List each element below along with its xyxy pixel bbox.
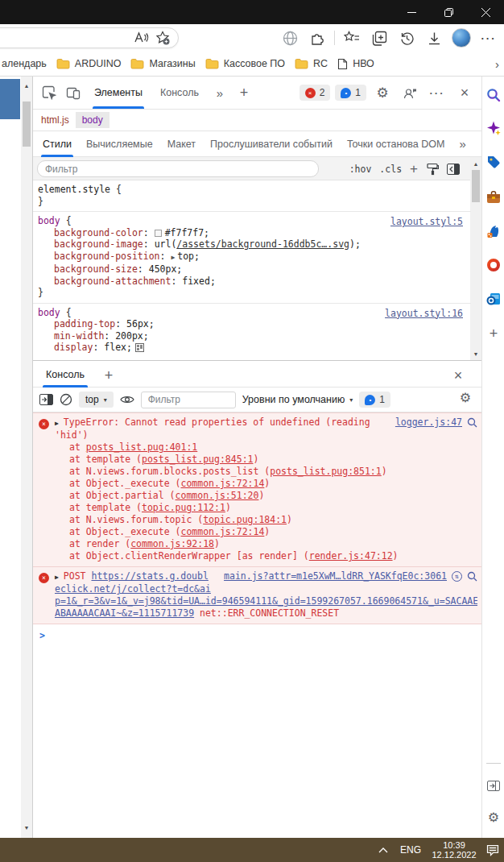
css-property[interactable]: background-size: 450px; [33,263,471,276]
expand-triangle-icon[interactable]: ▶ [171,254,175,261]
stack-link[interactable]: common.js:92:18 [130,538,214,549]
source-link[interactable]: main.js?attr=m1e5XwM…ldRR_YASKfqE0c:3061 [224,570,447,582]
scroll-up-icon[interactable]: ▲ [21,80,32,91]
sidebar-panel-toggle-icon[interactable] [482,774,504,797]
css-property[interactable]: background-attachment: fixed; [33,276,471,288]
clear-console-icon[interactable] [60,393,72,406]
tray-expand-icon[interactable] [372,838,395,862]
console-filter-input[interactable] [141,392,236,408]
styles-scrollbar[interactable]: ▲ ▼ [470,157,481,360]
style-rule-body-1[interactable]: layout.styl:5 body { background-color: #… [33,212,471,304]
more-panels-icon[interactable]: » [452,131,472,157]
bing-search-icon[interactable] [482,84,504,106]
collections-icon[interactable] [367,26,391,50]
console-error-network[interactable]: × main.js?attr=m1e5XwM…ldRR_YASKfqE0c:30… [33,567,482,624]
minimize-button[interactable] [393,0,430,24]
stack-link[interactable]: posts_list.pug:401:1 [86,441,197,453]
inspect-element-icon[interactable] [38,81,60,104]
css-property[interactable]: background-position: ▶top; [33,251,471,264]
bookmark-folder[interactable]: Кассовое ПО [200,56,290,72]
breadcrumb-html[interactable]: html.js [38,112,72,128]
shopping-icon[interactable] [482,151,504,173]
restore-button[interactable] [430,0,467,24]
devtools-menu-icon[interactable]: ··· [426,81,448,104]
console-error-typeerror[interactable]: × logger.js:47 ▶TypeError: Cannot read p… [33,412,482,567]
tab-elements[interactable]: Элементы [86,77,151,109]
tab-layout[interactable]: Макет [161,131,202,157]
add-drawer-tab-icon[interactable]: + [97,364,120,387]
request-url-link[interactable]: https://stats.g.doubl [91,570,208,582]
tab-computed[interactable]: Вычисляемые [80,131,159,157]
profile-avatar[interactable] [449,26,473,50]
devtools-close-icon[interactable]: × [453,81,476,104]
stack-link[interactable]: common.js:72:14 [180,478,264,489]
bookmark-folder[interactable]: Магазины [126,56,200,72]
language-indicator[interactable]: ENG [396,838,425,862]
stack-link[interactable]: topic.pug:184:1 [203,514,287,525]
scrollbar-thumb[interactable] [23,102,31,147]
address-bar[interactable] [0,27,179,48]
magnifier-icon[interactable] [467,571,477,582]
sidebar-add-icon[interactable]: + [482,322,504,345]
network-request-icon[interactable]: ⇅ [452,571,462,582]
console-prompt[interactable]: > [33,624,482,641]
office-icon[interactable] [482,254,504,276]
outlook-icon[interactable] [482,288,504,310]
request-url-link[interactable]: eclick.net/j/collect?t=dc&ai [55,583,211,595]
extensions-puzzle-icon[interactable] [305,26,329,50]
styles-scroll-up-icon[interactable]: ▲ [470,158,481,169]
discover-icon[interactable] [482,117,504,139]
styles-filter-input[interactable] [37,160,319,177]
magnifier-icon[interactable] [467,417,477,428]
page-scrollbar[interactable]: ▲ ▼ [21,77,32,838]
style-rule-body-2[interactable]: layout.styl:16 body { padding-top: 56px;… [33,304,471,358]
stylesheet-link[interactable]: layout.styl:16 [385,308,463,320]
console-settings-gear-icon[interactable]: ⚙ [460,390,471,405]
scroll-down-icon[interactable]: ▼ [21,822,32,833]
new-style-rule-icon[interactable]: + [410,161,418,177]
request-url-link[interactable]: ABAAAAACAAI~&z=1115711739 [55,607,194,619]
bookmark-page[interactable]: НВО [333,56,379,73]
source-link[interactable]: logger.js:47 [395,416,462,429]
console-messages-badge[interactable]: • 1 [359,392,390,408]
stack-link[interactable]: render.js:47:12 [309,550,393,562]
history-icon[interactable] [395,26,419,50]
favorites-bar-icon[interactable] [340,26,364,50]
read-aloud-icon[interactable] [133,31,149,44]
add-tab-icon[interactable]: + [233,81,255,104]
pseudo-state-toggle[interactable]: :hov [349,164,372,175]
css-property[interactable]: background-image: url(/assets/background… [33,238,471,251]
context-selector[interactable]: top ▾ [79,392,114,408]
color-swatch[interactable] [155,230,162,237]
stack-link[interactable]: posts_list.pug:845:1 [142,454,253,465]
live-expression-eye-icon[interactable] [120,394,134,405]
css-property[interactable]: background-color: #f7f7f7; [33,227,471,239]
close-drawer-icon[interactable]: × [447,364,469,387]
stack-link[interactable]: common.js:72:14 [180,526,264,537]
browser-menu-icon[interactable]: ··· [477,26,501,50]
stack-link[interactable]: topic.pug:112:1 [142,502,225,513]
css-property[interactable]: display: flex; [33,342,471,354]
stack-link[interactable]: common.js:51:20 [176,490,259,501]
log-levels-selector[interactable]: Уровни по умолчанию ▾ [242,394,353,405]
request-url-link[interactable]: p=1&_r=3&v=1&_v=j98&tid=UA…id=946594111&… [55,595,477,607]
tab-console-drawer[interactable]: Консоль [38,361,93,387]
tab-console[interactable]: Консоль [152,77,207,109]
class-toggle[interactable]: .cls [379,164,402,175]
breadcrumb-body[interactable]: body [76,112,109,128]
stylesheet-link[interactable]: layout.styl:5 [390,216,463,228]
asset-link[interactable]: /assets/background-16ddb5c….svg [176,238,349,250]
css-property[interactable]: min-width: 200px; [33,330,471,342]
tab-dom-breakpoints[interactable]: Точки останова DOM [341,131,451,157]
stack-link[interactable]: posts_list.pug:851:1 [270,466,381,477]
toolbox-icon[interactable] [482,186,504,209]
action-center-icon[interactable] [481,838,504,862]
bookmark-folder[interactable]: RC [290,56,333,72]
styles-scrollbar-thumb[interactable] [472,170,480,202]
sidebar-settings-gear-icon[interactable]: ⚙ [482,806,504,828]
bookmark-item[interactable]: алендарь [0,56,52,72]
errors-badge[interactable]: × 2 [300,85,331,101]
styles-scroll-down-icon[interactable]: ▼ [470,348,481,359]
bookmarks-overflow-icon[interactable]: › [495,57,499,71]
tab-event-listeners[interactable]: Прослушиватели событий [204,131,339,157]
